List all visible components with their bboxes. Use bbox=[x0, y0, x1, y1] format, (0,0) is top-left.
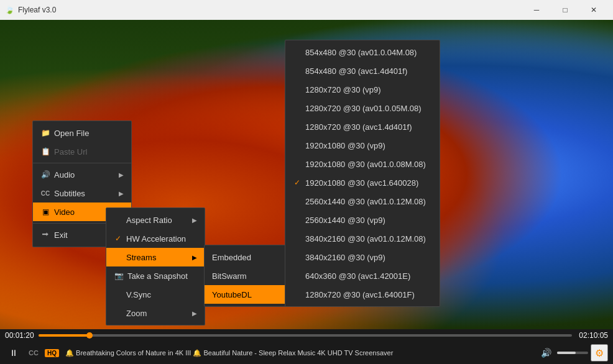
hw-acceleration-label: HW Acceleration bbox=[126, 234, 186, 243]
maximize-button[interactable]: □ bbox=[551, 0, 579, 20]
video-icon: ▣ bbox=[40, 207, 50, 216]
take-snapshot-label: Take a Snapshot bbox=[127, 271, 188, 281]
settings-button[interactable]: ⚙ bbox=[591, 344, 608, 362]
quality-item-7[interactable]: ✓ 1920x1080 @30 (avc1.640028) bbox=[285, 173, 440, 192]
quality-item-9[interactable]: 2560x1440 @30 (vp9) bbox=[285, 211, 440, 229]
open-file-item[interactable]: 📁 Open File bbox=[33, 124, 131, 142]
quality-label-7: 1920x1080 @30 (avc1.640028) bbox=[305, 178, 418, 188]
song-info: 🔔 Breathtaking Colors of Nature in 4K II… bbox=[62, 349, 535, 357]
quality-item-5[interactable]: 1920x1080 @30 (vp9) bbox=[285, 136, 440, 155]
open-file-label: Open File bbox=[54, 129, 89, 138]
paste-url-label: Paste Url bbox=[54, 147, 87, 157]
audio-arrow: ▶ bbox=[119, 171, 124, 178]
app-icon: 🍃 bbox=[5, 6, 14, 14]
quality-label-11: 3840x2160 @30 (vp9) bbox=[305, 253, 385, 262]
vsync-label: V.Sync bbox=[126, 290, 151, 299]
audio-icon: 🔊 bbox=[40, 170, 50, 179]
bottom-bar: 00:01:20 02:10:05 ⏸ CC HQ 🔔 Breathtaking… bbox=[0, 329, 613, 364]
hq-badge: HQ bbox=[45, 349, 59, 357]
subtitles-item[interactable]: CC Subtitles ▶ bbox=[33, 184, 131, 202]
paste-url-icon: 📋 bbox=[40, 147, 50, 156]
total-time: 02:10:05 bbox=[576, 331, 608, 340]
aspect-ratio-item[interactable]: Aspect Ratio ▶ bbox=[106, 211, 205, 229]
streams-arrow: ▶ bbox=[192, 254, 197, 261]
zoom-label: Zoom bbox=[126, 309, 147, 318]
quality-item-4[interactable]: 1280x720 @30 (avc1.4d401f) bbox=[285, 117, 440, 136]
progress-row: 00:01:20 02:10:05 bbox=[0, 329, 613, 342]
youtubedl-label: YoutubeDL bbox=[212, 290, 252, 299]
quality-label-9: 2560x1440 @30 (vp9) bbox=[305, 216, 385, 225]
subtitles-icon: CC bbox=[40, 190, 50, 197]
quality-item-6[interactable]: 1920x1080 @30 (av01.0.08M.08) bbox=[285, 155, 440, 173]
quality-item-1[interactable]: 854x480 @30 (avc1.4d401f) bbox=[285, 61, 440, 80]
aspect-ratio-arrow: ▶ bbox=[192, 217, 197, 224]
quality-label-6: 1920x1080 @30 (av01.0.08M.08) bbox=[305, 160, 426, 169]
minimize-button[interactable]: ─ bbox=[522, 0, 551, 20]
quality-item-11[interactable]: 3840x2160 @30 (vp9) bbox=[285, 248, 440, 266]
quality-label-4: 1280x720 @30 (avc1.4d401f) bbox=[305, 122, 412, 132]
quality-label-3: 1280x720 @30 (av01.0.05M.08) bbox=[305, 104, 422, 113]
paste-url-item: 📋 Paste Url bbox=[33, 142, 131, 161]
quality-submenu[interactable]: 854x480 @30 (av01.0.04M.08) 854x480 @30 … bbox=[285, 40, 440, 307]
video-label: Video bbox=[54, 207, 75, 217]
quality-item-0[interactable]: 854x480 @30 (av01.0.04M.08) bbox=[285, 43, 440, 61]
quality-label-10: 3840x2160 @30 (av01.0.12M.08) bbox=[305, 234, 426, 243]
separator-1 bbox=[33, 163, 131, 163]
volume-section: 🔊 bbox=[537, 344, 588, 362]
quality-label-1: 854x480 @30 (avc1.4d401f) bbox=[305, 66, 407, 76]
video-area: 📁 Open File 📋 Paste Url 🔊 Audio ▶ CC Sub… bbox=[0, 20, 613, 329]
subtitles-arrow: ▶ bbox=[119, 190, 124, 197]
quality-item-10[interactable]: 3840x2160 @30 (av01.0.12M.08) bbox=[285, 229, 440, 248]
audio-label: Audio bbox=[54, 170, 75, 180]
quality-item-2[interactable]: 1280x720 @30 (vp9) bbox=[285, 80, 440, 99]
quality-label-2: 1280x720 @30 (vp9) bbox=[305, 85, 381, 94]
progress-bar[interactable] bbox=[39, 334, 572, 337]
quality-item-12[interactable]: 640x360 @30 (avc1.42001E) bbox=[285, 266, 440, 285]
volume-button[interactable]: 🔊 bbox=[537, 344, 555, 362]
hw-accel-check: ✓ bbox=[114, 234, 122, 243]
current-time: 00:01:20 bbox=[5, 331, 35, 340]
quality-label-0: 854x480 @30 (av01.0.04M.08) bbox=[305, 48, 417, 57]
progress-fill bbox=[39, 334, 90, 337]
subtitles-label: Subtitles bbox=[54, 189, 85, 198]
quality-label-13: 1280x720 @30 (avc1.64001F) bbox=[305, 290, 415, 299]
audio-item[interactable]: 🔊 Audio ▶ bbox=[33, 165, 131, 184]
title-bar-left: 🍃 Flyleaf v3.0 bbox=[5, 6, 56, 14]
progress-thumb bbox=[86, 332, 93, 339]
title-bar: 🍃 Flyleaf v3.0 ─ □ ✕ bbox=[0, 0, 613, 20]
play-pause-button[interactable]: ⏸ bbox=[5, 344, 22, 362]
vsync-item[interactable]: V.Sync bbox=[106, 285, 205, 304]
controls-row: ⏸ CC HQ 🔔 Breathtaking Colors of Nature … bbox=[0, 342, 613, 364]
streams-label: Streams bbox=[126, 253, 156, 262]
quality-item-8[interactable]: 2560x1440 @30 (av01.0.12M.08) bbox=[285, 192, 440, 211]
close-button[interactable]: ✕ bbox=[579, 0, 608, 20]
title-bar-controls: ─ □ ✕ bbox=[522, 0, 608, 20]
aspect-ratio-label: Aspect Ratio bbox=[126, 216, 172, 225]
zoom-arrow: ▶ bbox=[192, 310, 197, 317]
app-title: Flyleaf v3.0 bbox=[18, 6, 56, 14]
volume-fill bbox=[557, 352, 576, 354]
streams-item[interactable]: Streams ▶ bbox=[106, 248, 205, 266]
open-file-icon: 📁 bbox=[40, 129, 50, 137]
hw-acceleration-item[interactable]: ✓ HW Acceleration bbox=[106, 229, 205, 248]
take-snapshot-item[interactable]: 📷 Take a Snapshot bbox=[106, 266, 205, 285]
bitswarm-label: BitSwarm bbox=[212, 271, 247, 281]
quality-label-5: 1920x1080 @30 (vp9) bbox=[305, 141, 385, 150]
quality-item-3[interactable]: 1280x720 @30 (av01.0.05M.08) bbox=[285, 99, 440, 117]
exit-icon: ⮕ bbox=[40, 230, 50, 239]
snapshot-icon: 📷 bbox=[114, 271, 124, 280]
quality-label-8: 2560x1440 @30 (av01.0.12M.08) bbox=[305, 197, 426, 206]
embedded-label: Embedded bbox=[212, 253, 251, 262]
exit-label: Exit bbox=[54, 230, 68, 240]
zoom-item[interactable]: Zoom ▶ bbox=[106, 304, 205, 322]
quality-item-13[interactable]: 1280x720 @30 (avc1.64001F) bbox=[285, 285, 440, 304]
quality-label-12: 640x360 @30 (avc1.42001E) bbox=[305, 271, 410, 281]
subtitles-button[interactable]: CC bbox=[25, 344, 42, 362]
video-submenu[interactable]: Aspect Ratio ▶ ✓ HW Acceleration Streams… bbox=[106, 207, 205, 325]
volume-slider[interactable] bbox=[557, 352, 588, 354]
